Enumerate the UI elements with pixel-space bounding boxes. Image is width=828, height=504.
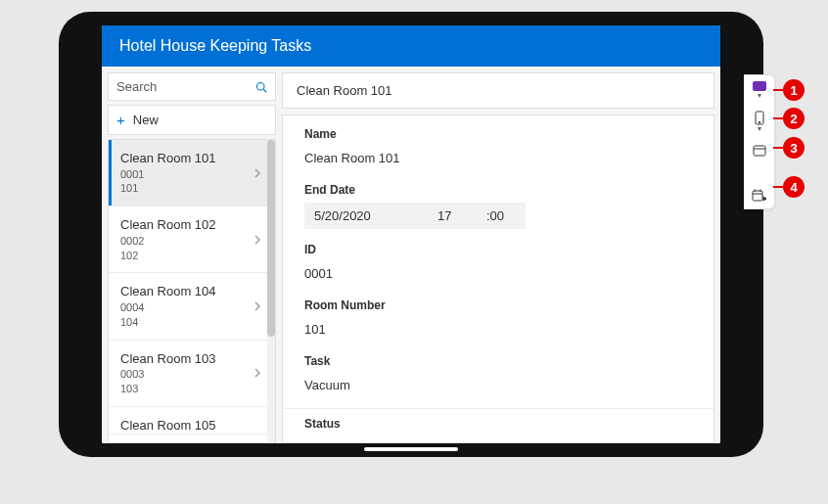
tablet-frame: Hotel House Keeping Tasks Search + New	[59, 12, 763, 457]
list-item-id: 0002	[120, 234, 216, 249]
field-task-label: Task	[304, 354, 692, 368]
chevron-right-icon	[253, 300, 261, 312]
svg-point-0	[257, 82, 265, 90]
list-item[interactable]: Clean Room 105	[109, 407, 275, 435]
list-item-title: Clean Room 105	[120, 417, 216, 435]
end-date-picker[interactable]: 5/20/2020 17 :00	[304, 203, 692, 229]
browser-icon[interactable]	[751, 144, 768, 158]
scrollbar-thumb[interactable]	[267, 140, 275, 337]
svg-point-3	[759, 121, 759, 122]
plus-icon: +	[116, 112, 125, 128]
list-item-text: Clean Room 1040004104	[120, 283, 216, 329]
app-body: Search + New Clean Room 1010001101Clean …	[102, 67, 720, 443]
list-item-title: Clean Room 103	[120, 350, 216, 368]
svg-rect-4	[754, 146, 765, 156]
list-item[interactable]: Clean Room 1030003103	[109, 341, 275, 407]
list-item-id: 0004	[120, 300, 216, 315]
list-item-room: 101	[120, 181, 216, 196]
end-date-date[interactable]: 5/20/2020	[304, 203, 428, 229]
tool-panel: ▾ ▾	[744, 74, 775, 209]
chevron-right-icon	[253, 167, 261, 179]
svg-line-1	[263, 89, 266, 92]
list-item-title: Clean Room 104	[120, 283, 216, 300]
detail-pane: Clean Room 101 Name Clean Room 101 End D…	[282, 67, 720, 443]
chevron-right-icon	[253, 234, 261, 246]
list-item[interactable]: Clean Room 1010001101	[109, 140, 275, 206]
list-item-text: Clean Room 1010001101	[120, 150, 216, 196]
search-input[interactable]: Search	[108, 72, 276, 101]
field-room-number-value[interactable]: 101	[304, 318, 692, 341]
scrollbar[interactable]	[267, 140, 275, 442]
search-placeholder: Search	[116, 79, 157, 94]
end-date-min[interactable]: :00	[477, 203, 526, 229]
card-icon[interactable]: ▾	[753, 81, 766, 91]
left-pane: Search + New Clean Room 1010001101Clean …	[102, 67, 282, 443]
chevron-right-icon	[253, 367, 261, 379]
callout-2: 2	[783, 108, 805, 129]
field-status-label: Status	[304, 417, 692, 431]
callout-4: 4	[783, 176, 805, 198]
svg-rect-6	[753, 191, 762, 201]
field-room-number: Room Number 101	[283, 291, 713, 346]
callout-1: 1	[783, 79, 805, 101]
home-indicator	[364, 447, 458, 451]
list-item-id: 0001	[120, 167, 216, 182]
field-end-date: End Date 5/20/2020 17 :00	[283, 175, 713, 235]
field-name-value[interactable]: Clean Room 101	[304, 147, 692, 169]
list-item-room: 102	[120, 249, 216, 263]
list-item-room: 104	[120, 315, 216, 330]
app-header-title: Hotel House Keeping Tasks	[102, 25, 720, 67]
field-id: ID 0001	[283, 235, 713, 291]
field-id-value[interactable]: 0001	[304, 262, 692, 285]
field-task-value[interactable]: Vacuum	[304, 374, 692, 396]
list-item-text: Clean Room 1030003103	[120, 350, 216, 396]
list-item[interactable]: Clean Room 1020002102	[109, 206, 275, 273]
screen: Hotel House Keeping Tasks Search + New	[102, 25, 720, 443]
detail-header-title: Clean Room 101	[282, 72, 714, 109]
list-item-title: Clean Room 102	[120, 216, 216, 234]
field-status: Status	[283, 409, 713, 431]
search-icon	[255, 81, 267, 93]
end-date-hour[interactable]: 17	[428, 203, 477, 229]
field-end-date-label: End Date	[304, 183, 692, 197]
list-item-id: 0003	[120, 367, 216, 382]
list-item-text: Clean Room 105	[120, 417, 216, 435]
list-item[interactable]: Clean Room 1040004104	[109, 273, 275, 340]
list-item-room: 103	[120, 382, 216, 396]
phone-icon[interactable]: ▾	[751, 111, 768, 124]
field-id-label: ID	[304, 243, 692, 256]
list-item-title: Clean Room 101	[120, 150, 216, 167]
field-room-number-label: Room Number	[304, 298, 692, 312]
list-item-text: Clean Room 1020002102	[120, 216, 216, 262]
calendar-play-icon[interactable]	[751, 189, 768, 203]
task-list: Clean Room 1010001101Clean Room 10200021…	[108, 139, 276, 443]
field-name-label: Name	[304, 127, 692, 141]
new-button[interactable]: + New	[108, 105, 276, 135]
callout-3: 3	[783, 137, 805, 159]
new-button-label: New	[133, 113, 159, 127]
field-task: Task Vacuum	[283, 346, 713, 402]
detail-card: Name Clean Room 101 End Date 5/20/2020 1…	[282, 115, 714, 443]
field-name: Name Clean Room 101	[283, 119, 713, 175]
